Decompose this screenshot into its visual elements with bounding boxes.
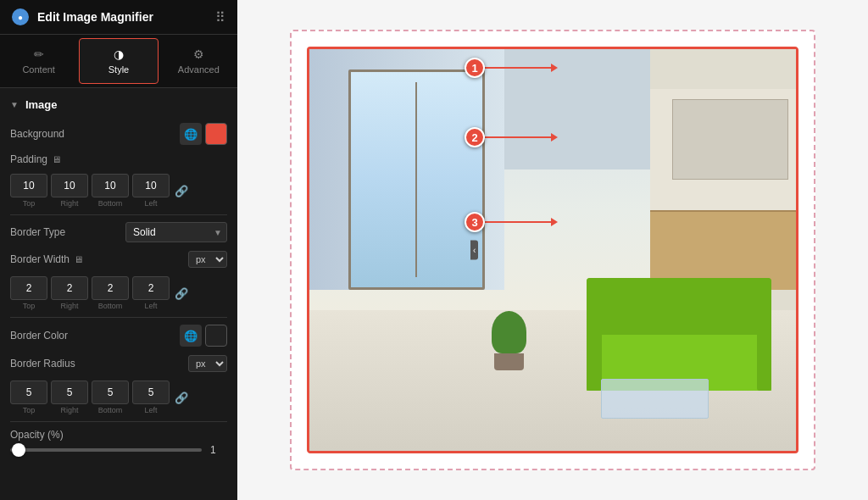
border-width-right-wrap: Right [51, 276, 88, 310]
border-radius-link-icon[interactable]: 🔗 [175, 392, 188, 404]
border-radius-right-label: Right [60, 406, 78, 414]
padding-row: Padding 🖥 [10, 153, 227, 165]
border-width-right-label: Right [60, 302, 78, 310]
border-type-row: Border Type None Solid Double Dotted Das… [10, 222, 227, 242]
border-width-row: Border Width 🖥 px em % [10, 251, 227, 268]
border-width-label: Border Width 🖥 [10, 253, 188, 265]
panel-content: ▼ Image Background 🌐 Padding 🖥 Top [0, 88, 237, 500]
left-panel: ● Edit Image Magnifier ⠿ ✏ Content ◑ Sty… [0, 0, 237, 500]
border-color-globe-button[interactable]: 🌐 [180, 325, 202, 347]
padding-right-input[interactable] [51, 174, 88, 197]
border-radius-unit-select[interactable]: px em % [188, 355, 227, 372]
tab-advanced-label: Advanced [178, 64, 220, 75]
border-width-bottom-input[interactable] [92, 276, 129, 300]
border-radius-bottom-input[interactable] [92, 381, 129, 404]
border-width-input-group: Top Right Bottom Left [10, 276, 170, 310]
border-width-inputs: Top Right Bottom Left 🔗 [10, 276, 227, 310]
border-radius-bottom-wrap: Bottom [92, 381, 129, 414]
padding-left-input[interactable] [132, 174, 170, 197]
padding-right-wrap: Right [51, 174, 88, 208]
window-frame [348, 69, 485, 291]
padding-top-input[interactable] [10, 174, 47, 197]
advanced-icon: ⚙ [193, 47, 204, 61]
padding-monitor-icon: 🖥 [52, 154, 61, 164]
kitchen-area [650, 89, 796, 290]
padding-left-label: Left [144, 199, 157, 208]
padding-top-label: Top [23, 199, 36, 208]
border-radius-top-input[interactable] [10, 381, 47, 404]
border-radius-row: Border Radius px em % [10, 355, 227, 372]
opacity-slider[interactable] [10, 448, 202, 452]
border-radius-right-wrap: Right [51, 381, 88, 414]
border-type-select[interactable]: None Solid Double Dotted Dashed Groove [125, 222, 227, 242]
tab-style[interactable]: ◑ Style [79, 38, 158, 84]
border-radius-left-wrap: Left [132, 381, 170, 414]
sofa-armrest-left [587, 329, 601, 391]
image-container [307, 47, 798, 453]
border-radius-right-input[interactable] [51, 381, 88, 404]
badge-3: 3 [465, 212, 485, 232]
border-color-swatch[interactable] [205, 325, 227, 347]
grid-icon[interactable]: ⠿ [215, 9, 225, 25]
panel-title: Edit Image Magnifier [37, 10, 207, 24]
border-color-controls: 🌐 [180, 325, 227, 347]
border-radius-label: Border Radius [10, 358, 188, 369]
badge-2: 2 [465, 127, 485, 147]
border-width-top-input[interactable] [10, 276, 47, 300]
canvas-area [290, 30, 815, 470]
border-width-left-input[interactable] [132, 276, 170, 300]
arrow-line-3 [485, 221, 553, 223]
app-icon: ● [12, 8, 29, 25]
arrowhead-3 [551, 218, 558, 226]
background-controls: 🌐 [180, 123, 227, 145]
border-width-top-label: Top [23, 302, 36, 310]
tab-bar: ✏ Content ◑ Style ⚙ Advanced [0, 35, 237, 88]
image-section-header[interactable]: ▼ Image [10, 98, 227, 111]
padding-label: Padding 🖥 [10, 153, 227, 165]
border-type-label: Border Type [10, 226, 125, 238]
padding-right-label: Right [60, 199, 78, 208]
divider-1 [10, 214, 227, 215]
opacity-value: 1 [210, 444, 227, 456]
background-row: Background 🌐 [10, 123, 227, 145]
border-radius-left-input[interactable] [132, 381, 170, 404]
padding-bottom-input[interactable] [92, 174, 129, 197]
tab-content[interactable]: ✏ Content [0, 35, 77, 87]
arrowhead-1 [551, 64, 558, 72]
border-width-right-input[interactable] [51, 276, 88, 300]
padding-bottom-label: Bottom [98, 199, 123, 208]
padding-left-wrap: Left [132, 174, 170, 208]
kitchen-shelves [672, 99, 789, 180]
arrow-line-2 [485, 136, 553, 138]
tab-style-label: Style [108, 64, 129, 75]
border-type-select-wrap: None Solid Double Dotted Dashed Groove ▼ [125, 222, 227, 242]
border-width-unit-select[interactable]: px em % [188, 251, 227, 268]
border-radius-inputs: Top Right Bottom Left 🔗 [10, 381, 227, 414]
plant-pot [494, 353, 523, 370]
tab-advanced[interactable]: ⚙ Advanced [160, 35, 237, 87]
image-section-title: Image [25, 98, 58, 111]
background-globe-button[interactable]: 🌐 [180, 123, 202, 145]
padding-top-wrap: Top [10, 174, 47, 208]
room-image [309, 49, 796, 451]
border-width-link-icon[interactable]: 🔗 [175, 287, 188, 300]
arrowhead-2 [551, 133, 558, 142]
sofa-armrest-right [757, 329, 771, 391]
coffee-table [601, 379, 708, 419]
padding-inputs: Top Right Bottom Left 🔗 [10, 174, 227, 208]
border-color-label: Border Color [10, 330, 180, 342]
border-width-left-wrap: Left [132, 276, 170, 310]
plant-leaves [492, 311, 526, 353]
padding-input-group: Top Right Bottom Left [10, 174, 170, 208]
border-radius-input-group: Top Right Bottom Left [10, 381, 170, 414]
sofa-back [587, 278, 771, 334]
border-width-bottom-wrap: Bottom [92, 276, 129, 310]
opacity-label: Opacity (%) [10, 429, 227, 441]
style-icon: ◑ [114, 47, 124, 61]
collapse-handle[interactable]: ‹ [470, 241, 478, 260]
background-color-swatch[interactable] [205, 123, 227, 145]
border-radius-top-wrap: Top [10, 381, 47, 414]
padding-link-icon[interactable]: 🔗 [175, 185, 188, 197]
border-radius-bottom-label: Bottom [98, 406, 123, 414]
border-width-top-wrap: Top [10, 276, 47, 310]
